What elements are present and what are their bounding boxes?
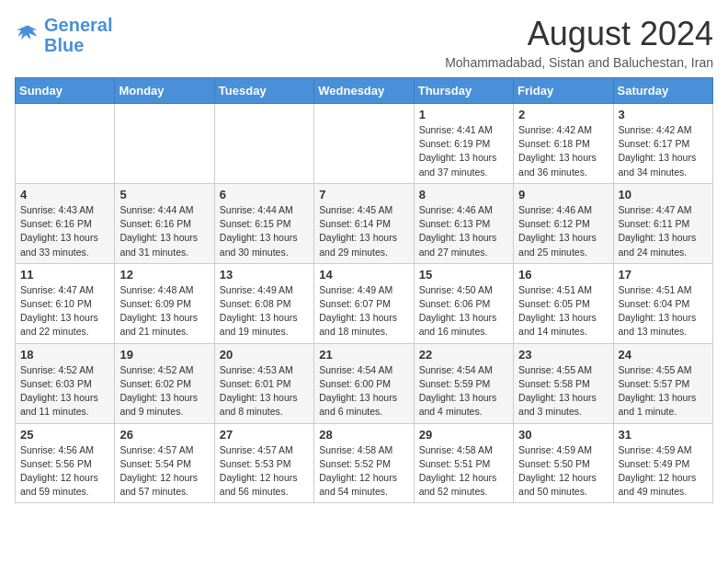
day-info: Sunrise: 4:55 AMSunset: 5:57 PMDaylight:… <box>619 363 708 419</box>
calendar-header-wednesday: Wednesday <box>314 78 414 104</box>
logo: General Blue <box>15 15 112 55</box>
calendar-cell: 12Sunrise: 4:48 AMSunset: 6:09 PMDayligh… <box>115 263 214 343</box>
day-info: Sunrise: 4:45 AMSunset: 6:14 PMDaylight:… <box>319 203 408 259</box>
day-info: Sunrise: 4:49 AMSunset: 6:07 PMDaylight:… <box>319 283 408 339</box>
day-info: Sunrise: 4:43 AMSunset: 6:16 PMDaylight:… <box>20 203 109 259</box>
calendar-cell: 28Sunrise: 4:58 AMSunset: 5:52 PMDayligh… <box>314 423 414 503</box>
day-number: 6 <box>220 188 309 201</box>
day-number: 23 <box>518 348 608 362</box>
day-info: Sunrise: 4:42 AMSunset: 6:17 PMDaylight:… <box>619 123 708 179</box>
calendar-cell: 26Sunrise: 4:57 AMSunset: 5:54 PMDayligh… <box>115 423 214 503</box>
day-number: 10 <box>619 188 708 201</box>
day-info: Sunrise: 4:58 AMSunset: 5:51 PMDaylight:… <box>419 443 508 500</box>
calendar-cell: 24Sunrise: 4:55 AMSunset: 5:57 PMDayligh… <box>613 343 712 423</box>
day-info: Sunrise: 4:59 AMSunset: 5:49 PMDaylight:… <box>619 443 708 500</box>
calendar-header-thursday: Thursday <box>414 78 513 104</box>
day-number: 3 <box>619 108 708 121</box>
day-info: Sunrise: 4:57 AMSunset: 5:54 PMDaylight:… <box>119 443 209 500</box>
logo-bird-icon <box>15 22 40 48</box>
day-number: 15 <box>419 268 508 282</box>
calendar-header-row: SundayMondayTuesdayWednesdayThursdayFrid… <box>16 78 713 104</box>
calendar-cell: 1Sunrise: 4:41 AMSunset: 6:19 PMDaylight… <box>414 104 513 184</box>
day-number: 7 <box>319 188 408 201</box>
calendar-cell: 4Sunrise: 4:43 AMSunset: 6:16 PMDaylight… <box>16 183 115 263</box>
day-number: 14 <box>319 268 408 282</box>
calendar-cell: 10Sunrise: 4:47 AMSunset: 6:11 PMDayligh… <box>613 183 712 263</box>
day-number: 24 <box>619 348 708 362</box>
calendar-week-5: 25Sunrise: 4:56 AMSunset: 5:56 PMDayligh… <box>16 423 713 503</box>
day-number: 5 <box>119 188 209 201</box>
day-info: Sunrise: 4:46 AMSunset: 6:13 PMDaylight:… <box>419 203 508 259</box>
day-info: Sunrise: 4:44 AMSunset: 6:16 PMDaylight:… <box>119 203 209 259</box>
day-info: Sunrise: 4:49 AMSunset: 6:08 PMDaylight:… <box>220 283 309 339</box>
calendar-cell: 17Sunrise: 4:51 AMSunset: 6:04 PMDayligh… <box>613 263 712 343</box>
day-info: Sunrise: 4:57 AMSunset: 5:53 PMDaylight:… <box>220 443 309 500</box>
day-info: Sunrise: 4:46 AMSunset: 6:12 PMDaylight:… <box>518 203 608 259</box>
calendar-header-tuesday: Tuesday <box>214 78 313 104</box>
calendar-cell: 18Sunrise: 4:52 AMSunset: 6:03 PMDayligh… <box>16 343 115 423</box>
day-info: Sunrise: 4:51 AMSunset: 6:04 PMDaylight:… <box>619 283 708 339</box>
calendar-cell: 8Sunrise: 4:46 AMSunset: 6:13 PMDaylight… <box>414 183 513 263</box>
svg-marker-0 <box>17 26 38 40</box>
day-number: 17 <box>619 268 708 282</box>
day-info: Sunrise: 4:47 AMSunset: 6:11 PMDaylight:… <box>619 203 708 259</box>
day-info: Sunrise: 4:41 AMSunset: 6:19 PMDaylight:… <box>419 123 508 179</box>
calendar-header-monday: Monday <box>115 78 214 104</box>
day-info: Sunrise: 4:54 AMSunset: 6:00 PMDaylight:… <box>319 363 408 419</box>
day-number: 25 <box>20 428 109 442</box>
calendar-cell <box>214 104 313 184</box>
day-info: Sunrise: 4:52 AMSunset: 6:03 PMDaylight:… <box>20 363 109 419</box>
calendar-cell: 11Sunrise: 4:47 AMSunset: 6:10 PMDayligh… <box>16 263 115 343</box>
day-number: 9 <box>518 188 608 201</box>
calendar-week-3: 11Sunrise: 4:47 AMSunset: 6:10 PMDayligh… <box>16 263 713 343</box>
day-info: Sunrise: 4:59 AMSunset: 5:50 PMDaylight:… <box>518 443 608 500</box>
title-block: August 2024 Mohammadabad, Sistan and Bal… <box>445 15 713 70</box>
calendar-week-2: 4Sunrise: 4:43 AMSunset: 6:16 PMDaylight… <box>16 183 713 263</box>
calendar-cell: 25Sunrise: 4:56 AMSunset: 5:56 PMDayligh… <box>16 423 115 503</box>
day-info: Sunrise: 4:50 AMSunset: 6:06 PMDaylight:… <box>419 283 508 339</box>
day-number: 13 <box>220 268 309 282</box>
day-number: 26 <box>119 428 209 442</box>
day-info: Sunrise: 4:51 AMSunset: 6:05 PMDaylight:… <box>518 283 608 339</box>
calendar-cell: 29Sunrise: 4:58 AMSunset: 5:51 PMDayligh… <box>414 423 513 503</box>
day-info: Sunrise: 4:47 AMSunset: 6:10 PMDaylight:… <box>20 283 109 339</box>
calendar-header-saturday: Saturday <box>613 78 712 104</box>
day-number: 30 <box>518 428 608 442</box>
calendar-cell: 6Sunrise: 4:44 AMSunset: 6:15 PMDaylight… <box>214 183 313 263</box>
calendar-cell: 21Sunrise: 4:54 AMSunset: 6:00 PMDayligh… <box>314 343 414 423</box>
day-info: Sunrise: 4:55 AMSunset: 5:58 PMDaylight:… <box>518 363 608 419</box>
calendar-cell: 19Sunrise: 4:52 AMSunset: 6:02 PMDayligh… <box>115 343 214 423</box>
day-number: 2 <box>518 108 608 121</box>
calendar-cell: 22Sunrise: 4:54 AMSunset: 5:59 PMDayligh… <box>414 343 513 423</box>
calendar-cell: 2Sunrise: 4:42 AMSunset: 6:18 PMDaylight… <box>514 104 613 184</box>
day-info: Sunrise: 4:48 AMSunset: 6:09 PMDaylight:… <box>119 283 209 339</box>
calendar-subtitle: Mohammadabad, Sistan and Baluchestan, Ir… <box>445 55 713 70</box>
day-info: Sunrise: 4:42 AMSunset: 6:18 PMDaylight:… <box>518 123 608 179</box>
calendar-cell: 5Sunrise: 4:44 AMSunset: 6:16 PMDaylight… <box>115 183 214 263</box>
calendar-cell <box>115 104 214 184</box>
day-info: Sunrise: 4:54 AMSunset: 5:59 PMDaylight:… <box>419 363 508 419</box>
day-number: 12 <box>119 268 209 282</box>
day-info: Sunrise: 4:53 AMSunset: 6:01 PMDaylight:… <box>220 363 309 419</box>
day-number: 22 <box>419 348 508 362</box>
calendar-cell: 3Sunrise: 4:42 AMSunset: 6:17 PMDaylight… <box>613 104 712 184</box>
day-number: 8 <box>419 188 508 201</box>
month-title: August 2024 <box>445 15 713 53</box>
calendar-table: SundayMondayTuesdayWednesdayThursdayFrid… <box>15 77 713 503</box>
day-info: Sunrise: 4:44 AMSunset: 6:15 PMDaylight:… <box>220 203 309 259</box>
day-number: 11 <box>20 268 109 282</box>
day-number: 1 <box>419 108 508 121</box>
day-info: Sunrise: 4:56 AMSunset: 5:56 PMDaylight:… <box>20 443 109 500</box>
calendar-cell: 9Sunrise: 4:46 AMSunset: 6:12 PMDaylight… <box>514 183 613 263</box>
day-number: 19 <box>119 348 209 362</box>
calendar-cell: 14Sunrise: 4:49 AMSunset: 6:07 PMDayligh… <box>314 263 414 343</box>
calendar-cell: 30Sunrise: 4:59 AMSunset: 5:50 PMDayligh… <box>514 423 613 503</box>
day-number: 28 <box>319 428 408 442</box>
calendar-cell: 27Sunrise: 4:57 AMSunset: 5:53 PMDayligh… <box>214 423 313 503</box>
calendar-cell: 15Sunrise: 4:50 AMSunset: 6:06 PMDayligh… <box>414 263 513 343</box>
page-header: General Blue August 2024 Mohammadabad, S… <box>15 15 713 70</box>
calendar-header-friday: Friday <box>514 78 613 104</box>
logo-text: General Blue <box>44 15 112 55</box>
day-number: 27 <box>220 428 309 442</box>
calendar-week-4: 18Sunrise: 4:52 AMSunset: 6:03 PMDayligh… <box>16 343 713 423</box>
